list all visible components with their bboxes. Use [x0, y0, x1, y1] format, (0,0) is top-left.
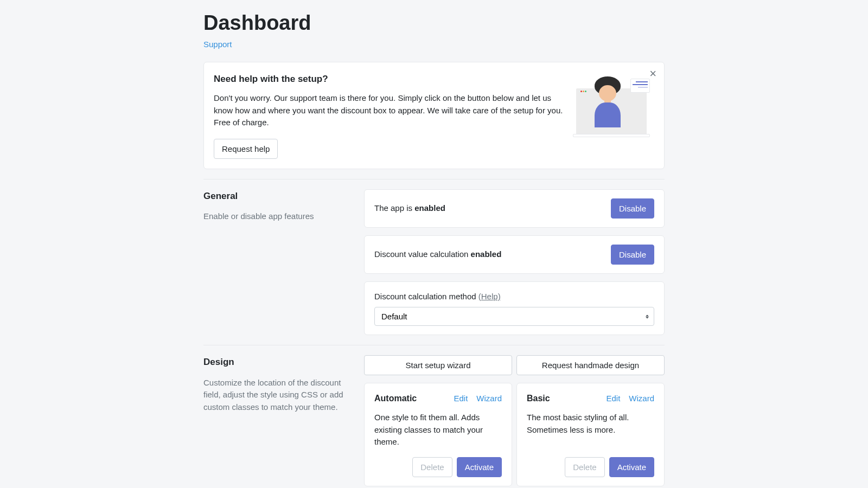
- delete-button: Delete: [565, 457, 604, 477]
- close-icon[interactable]: ×: [649, 68, 656, 80]
- help-banner-body: Don't you worry. Our support team is the…: [214, 92, 563, 129]
- calc-status-value: enabled: [471, 249, 502, 259]
- edit-link[interactable]: Edit: [606, 393, 620, 405]
- design-subheading: Customize the location of the discount f…: [203, 377, 353, 414]
- app-status-prefix: The app is: [374, 203, 414, 213]
- calc-status-card: Discount value calculation enabled Disab…: [364, 235, 665, 274]
- design-card-basic: Basic Edit Wizard The most basic styling…: [516, 383, 665, 486]
- help-banner: Need help with the setup? Don't you worr…: [203, 62, 665, 169]
- activate-button[interactable]: Activate: [457, 457, 502, 477]
- calc-status-prefix: Discount value calculation: [374, 249, 471, 259]
- design-card-desc: The most basic styling of all. Sometimes…: [527, 412, 654, 448]
- calc-method-card: Discount calculation method (Help) Defau…: [364, 281, 665, 336]
- design-section: Design Customize the location of the dis…: [203, 355, 665, 488]
- calc-method-select[interactable]: Default: [374, 307, 654, 326]
- app-disable-button[interactable]: Disable: [611, 198, 654, 219]
- calc-method-label: Discount calculation method: [374, 292, 478, 301]
- calc-method-label-row: Discount calculation method (Help): [374, 291, 654, 303]
- delete-button: Delete: [412, 457, 452, 477]
- request-handmade-design-button[interactable]: Request handmade design: [516, 355, 665, 375]
- design-card-title: Basic: [527, 392, 597, 405]
- design-heading: Design: [203, 355, 353, 369]
- page-title: Dashboard: [203, 8, 665, 38]
- activate-button[interactable]: Activate: [609, 457, 654, 477]
- support-link[interactable]: Support: [203, 38, 232, 51]
- wizard-link[interactable]: Wizard: [629, 393, 654, 405]
- app-status-value: enabled: [414, 203, 445, 213]
- support-illustration: [576, 75, 647, 135]
- design-card-title: Automatic: [374, 392, 445, 405]
- wizard-link[interactable]: Wizard: [476, 393, 502, 405]
- general-section: General Enable or disable app features T…: [203, 189, 665, 336]
- app-status-text: The app is enabled: [374, 202, 445, 215]
- calc-status-text: Discount value calculation enabled: [374, 248, 501, 261]
- design-card-desc: One style to fit them all. Adds existing…: [374, 412, 502, 448]
- help-banner-title: Need help with the setup?: [214, 72, 563, 86]
- app-status-card: The app is enabled Disable: [364, 189, 665, 228]
- general-heading: General: [203, 189, 353, 203]
- request-help-button[interactable]: Request help: [214, 139, 278, 159]
- calc-method-help-link[interactable]: (Help): [478, 292, 501, 301]
- calc-disable-button[interactable]: Disable: [611, 245, 654, 265]
- design-card-automatic: Automatic Edit Wizard One style to fit t…: [364, 383, 512, 486]
- edit-link[interactable]: Edit: [454, 393, 468, 405]
- start-setup-wizard-button[interactable]: Start setup wizard: [364, 355, 512, 375]
- general-subheading: Enable or disable app features: [203, 210, 353, 223]
